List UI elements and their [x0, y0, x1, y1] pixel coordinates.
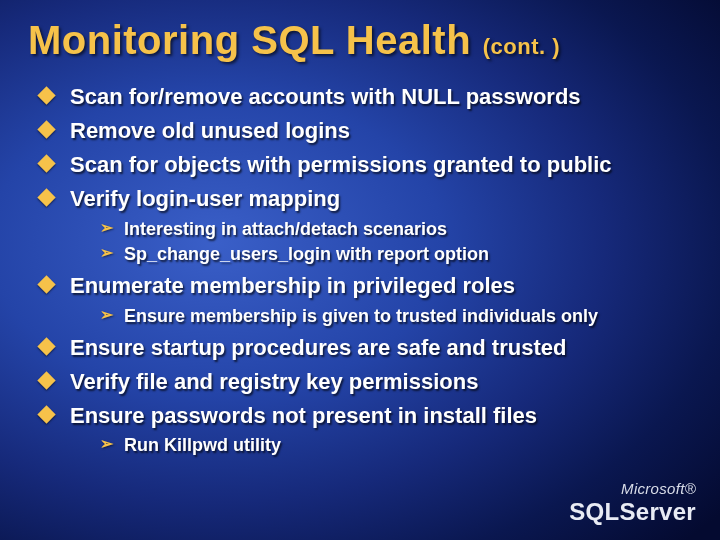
title-main: Monitoring SQL Health — [28, 18, 471, 62]
bullet-item: Scan for objects with permissions grante… — [36, 151, 692, 179]
bullet-list: Scan for/remove accounts with NULL passw… — [28, 83, 692, 458]
sub-item: Interesting in attach/detach scenarios — [100, 218, 692, 241]
bullet-text: Scan for objects with permissions grante… — [70, 152, 612, 177]
sub-list: Interesting in attach/detach scenarios S… — [70, 218, 692, 267]
sub-item: Ensure membership is given to trusted in… — [100, 305, 692, 328]
bullet-text: Verify login-user mapping — [70, 186, 340, 211]
bullet-text: Scan for/remove accounts with NULL passw… — [70, 84, 581, 109]
bullet-text: Verify file and registry key permissions — [70, 369, 478, 394]
sub-item: Sp_change_users_login with report option — [100, 243, 692, 266]
bullet-text: Remove old unused logins — [70, 118, 350, 143]
logo-brand: Microsoft® — [621, 480, 696, 497]
bullet-item: Verify login-user mapping Interesting in… — [36, 185, 692, 266]
bullet-item: Remove old unused logins — [36, 117, 692, 145]
bullet-text: Ensure passwords not present in install … — [70, 403, 537, 428]
bullet-item: Enumerate membership in privileged roles… — [36, 272, 692, 328]
bullet-item: Verify file and registry key permissions — [36, 368, 692, 396]
slide: Monitoring SQL Health (cont. ) Scan for/… — [0, 0, 720, 540]
bullet-text: Enumerate membership in privileged roles — [70, 273, 515, 298]
logo-product: SQLServer — [569, 498, 696, 525]
sub-list: Ensure membership is given to trusted in… — [70, 305, 692, 328]
logo: Microsoft® SQLServer — [569, 480, 696, 526]
title-cont: (cont. ) — [483, 34, 560, 59]
sub-list: Run Killpwd utility — [70, 434, 692, 457]
bullet-item: Ensure passwords not present in install … — [36, 402, 692, 458]
bullet-text: Ensure startup procedures are safe and t… — [70, 335, 566, 360]
sub-item: Run Killpwd utility — [100, 434, 692, 457]
bullet-item: Ensure startup procedures are safe and t… — [36, 334, 692, 362]
bullet-item: Scan for/remove accounts with NULL passw… — [36, 83, 692, 111]
slide-title: Monitoring SQL Health (cont. ) — [28, 18, 692, 63]
